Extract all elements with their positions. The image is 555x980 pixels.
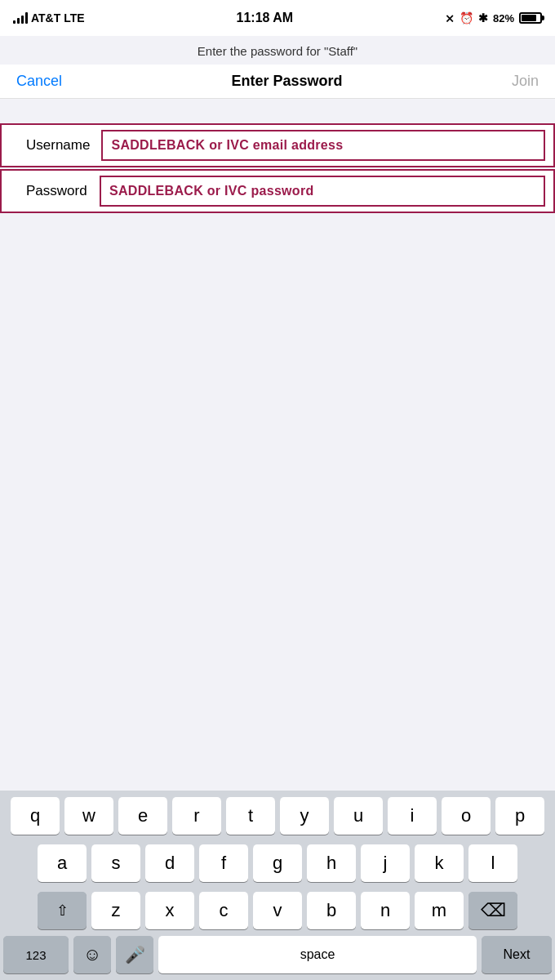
network-label: LTE xyxy=(64,11,84,24)
next-key[interactable]: Next xyxy=(482,936,552,973)
delete-key[interactable]: ⌫ xyxy=(468,892,517,929)
keyboard: q w e r t y u i o p a s d f g h j k l ⇧ … xyxy=(0,791,555,980)
nav-bar: Cancel Enter Password Join xyxy=(0,65,555,99)
key-q[interactable]: q xyxy=(11,797,60,835)
carrier-info: AT&T LTE xyxy=(13,11,85,24)
key-n[interactable]: n xyxy=(361,892,410,929)
key-j[interactable]: j xyxy=(361,844,410,882)
username-input-box[interactable]: SADDLEBACK or IVC email address xyxy=(101,130,545,161)
password-placeholder: SADDLEBACK or IVC password xyxy=(109,184,314,198)
cancel-button[interactable]: Cancel xyxy=(16,73,62,90)
status-icons: ⨯ ⏰ ✱ 82% xyxy=(445,11,542,24)
password-input-box[interactable]: SADDLEBACK or IVC password xyxy=(100,176,545,207)
key-k[interactable]: k xyxy=(415,844,464,882)
location-icon: ⨯ xyxy=(445,11,455,24)
key-p[interactable]: p xyxy=(495,797,544,835)
space-key[interactable]: space xyxy=(158,936,477,973)
key-s[interactable]: s xyxy=(91,844,140,882)
key-o[interactable]: o xyxy=(442,797,491,835)
key-e[interactable]: e xyxy=(118,797,167,835)
nav-title: Enter Password xyxy=(231,73,342,90)
join-button[interactable]: Join xyxy=(512,73,539,90)
battery-fill xyxy=(522,15,536,21)
key-r[interactable]: r xyxy=(172,797,221,835)
key-m[interactable]: m xyxy=(415,892,464,929)
keyboard-row-1: q w e r t y u i o p xyxy=(0,791,555,838)
key-d[interactable]: d xyxy=(145,844,194,882)
key-y[interactable]: y xyxy=(280,797,329,835)
battery-icon xyxy=(519,12,542,24)
mic-key[interactable]: 🎤 xyxy=(116,936,153,973)
emoji-key[interactable]: ☺ xyxy=(73,936,111,973)
key-z[interactable]: z xyxy=(91,892,140,929)
keyboard-row-2: a s d f g h j k l xyxy=(0,838,555,885)
subtitle-text: Enter the password for "Staff" xyxy=(0,36,555,65)
password-row: Password SADDLEBACK or IVC password xyxy=(0,169,555,213)
key-l[interactable]: l xyxy=(468,844,517,882)
key-h[interactable]: h xyxy=(307,844,356,882)
carrier-label: AT&T xyxy=(31,11,60,24)
username-placeholder: SADDLEBACK or IVC email address xyxy=(111,138,343,153)
key-b[interactable]: b xyxy=(307,892,356,929)
key-t[interactable]: t xyxy=(226,797,275,835)
key-x[interactable]: x xyxy=(145,892,194,929)
username-row: Username SADDLEBACK or IVC email address xyxy=(0,123,555,167)
content-area xyxy=(0,215,555,566)
key-v[interactable]: v xyxy=(253,892,302,929)
shift-key[interactable]: ⇧ xyxy=(38,892,87,929)
keyboard-bottom-row: 123 ☺ 🎤 space Next xyxy=(0,933,555,980)
password-label: Password xyxy=(2,172,100,211)
battery-percent: 82% xyxy=(493,12,514,24)
keyboard-row-3: ⇧ z x c v b n m ⌫ xyxy=(0,885,555,933)
key-c[interactable]: c xyxy=(199,892,248,929)
username-label: Username xyxy=(2,126,101,165)
status-bar: AT&T LTE 11:18 AM ⨯ ⏰ ✱ 82% xyxy=(0,0,555,36)
key-i[interactable]: i xyxy=(388,797,437,835)
key-u[interactable]: u xyxy=(334,797,383,835)
signal-icon xyxy=(13,12,28,24)
key-w[interactable]: w xyxy=(64,797,113,835)
key-f[interactable]: f xyxy=(199,844,248,882)
time-label: 11:18 AM xyxy=(237,11,294,25)
key-g[interactable]: g xyxy=(253,844,302,882)
form-area: Username SADDLEBACK or IVC email address… xyxy=(0,99,555,213)
key-a[interactable]: a xyxy=(38,844,87,882)
num-key[interactable]: 123 xyxy=(3,936,69,973)
bluetooth-icon: ✱ xyxy=(478,11,488,24)
alarm-icon: ⏰ xyxy=(460,11,473,24)
